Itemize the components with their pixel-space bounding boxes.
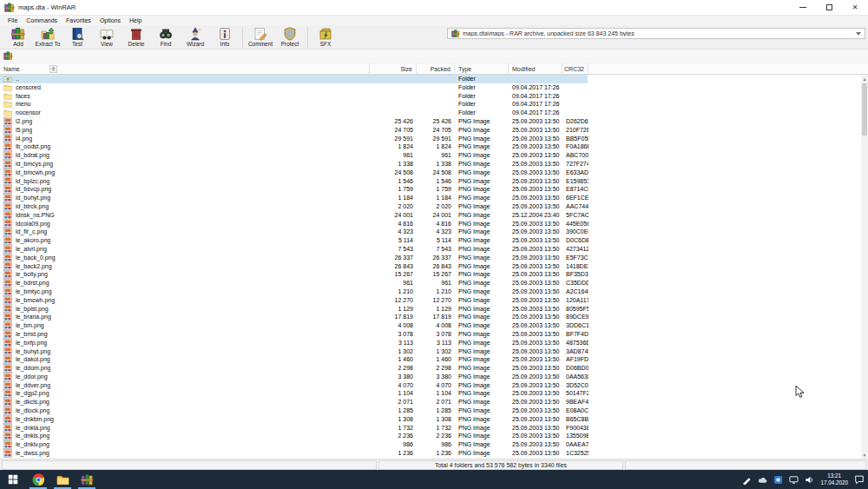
file-row[interactable]: le_bm.png4 0084 008PNG Image25.09.2003 1…	[0, 321, 861, 330]
png-file-icon	[3, 347, 12, 356]
protect-button[interactable]: Protect	[275, 26, 305, 48]
extract-to-button[interactable]: Extract To	[33, 26, 62, 48]
menu-item-favorites[interactable]: Favorites	[62, 17, 95, 23]
vertical-scrollbar[interactable]: ▲ ▼	[861, 75, 868, 459]
file-row[interactable]: ldcola09.png4 8164 816PNG Image25.09.200…	[0, 220, 861, 228]
wizard-button[interactable]: Wizard	[181, 26, 210, 48]
item-packed: 1 129	[417, 305, 455, 314]
item-name: ldnsk_ns.PNG	[16, 211, 55, 220]
menu-item-file[interactable]: File	[3, 17, 22, 23]
folder-row[interactable]: nocensorFolder09.04.2017 17:26	[0, 109, 861, 117]
menu-item-commands[interactable]: Commands	[22, 17, 62, 23]
file-row[interactable]: le_ddom.png2 2982 298PNG Image25.09.2003…	[0, 364, 861, 373]
file-row[interactable]: le_dnkla.png1 7321 732PNG Image25.09.200…	[0, 424, 861, 433]
file-row[interactable]: le_dnkbm.png1 3081 308PNG Image25.09.200…	[0, 415, 861, 424]
file-row[interactable]: ld_btrck.png2 0202 020PNG Image25.09.200…	[0, 202, 861, 211]
file-row[interactable]: le_dlock.png1 2851 285PNG Image25.09.200…	[0, 406, 861, 415]
file-row[interactable]: le_dkcls.png2 0712 071PNG Image25.09.200…	[0, 398, 861, 406]
file-row[interactable]: ld_flr_c.png4 3234 323PNG Image25.09.200…	[0, 228, 861, 236]
address-bar[interactable]: maps.dta\maps - RAR archive, unpacked si…	[447, 28, 865, 39]
file-row[interactable]: le_back2.png26 84326 843PNG Image25.09.2…	[0, 262, 861, 271]
file-row[interactable]: le_alvrl.png7 5437 543PNG Image25.09.200…	[0, 245, 861, 254]
file-row[interactable]: ld_bplzc.png1 5461 546PNG Image25.09.200…	[0, 177, 861, 186]
close-button[interactable]: ✕	[842, 0, 868, 16]
column-header-type[interactable]: Type	[455, 63, 509, 75]
menu-item-options[interactable]: Options	[95, 17, 125, 23]
folder-row[interactable]: facesFolder09.04.2017 17:26	[0, 92, 861, 101]
delete-button[interactable]: Delete	[122, 26, 151, 48]
file-row[interactable]: l5.png24 70524 705PNG Image25.09.2003 13…	[0, 126, 861, 135]
taskbar-clock[interactable]: 13:21 17.04.2020	[820, 472, 848, 486]
start-button[interactable]	[0, 470, 26, 489]
system-tray: 13:21 17.04.2020	[742, 470, 868, 489]
file-row[interactable]: ld_buhyt.png1 1841 184PNG Image25.09.200…	[0, 194, 861, 202]
sfx-button[interactable]: SFX	[311, 26, 340, 48]
file-row[interactable]: le_dnkls.png2 2362 236PNG Image25.09.200…	[0, 432, 861, 440]
taskbar-app-explorer[interactable]	[50, 470, 75, 489]
view-button[interactable]: View	[92, 26, 122, 48]
file-row[interactable]: le_dgp2.png1 1041 104PNG Image25.09.2003…	[0, 389, 861, 398]
info-button[interactable]: Info	[210, 26, 240, 48]
file-row[interactable]: ld_bmcys.png1 3381 338PNG Image25.09.200…	[0, 160, 861, 169]
file-row[interactable]: le_ddor.png3 3803 380PNG Image25.09.2003…	[0, 373, 861, 381]
folder-row[interactable]: menuFolder09.04.2017 17:26	[0, 100, 861, 109]
file-row[interactable]: le_dnklv.png986986PNG Image25.09.2003 13…	[0, 440, 861, 449]
file-row[interactable]: le_dakol.png1 4601 460PNG Image25.09.200…	[0, 355, 861, 364]
taskbar-app-winrar[interactable]	[75, 470, 99, 489]
scrollbar-thumb[interactable]	[862, 83, 867, 135]
tray-display-icon[interactable]	[789, 475, 799, 485]
find-button[interactable]: Find	[151, 26, 181, 48]
column-header-packed[interactable]: Packed	[417, 63, 455, 75]
taskbar-app-chrome[interactable]	[26, 470, 50, 489]
file-row[interactable]: le_ddver.png4 0704 070PNG Image25.09.200…	[0, 381, 861, 390]
sort-icon[interactable]	[49, 65, 57, 73]
file-row[interactable]: le_bcity.png15 26715 267PNG Image25.09.2…	[0, 270, 861, 279]
file-row[interactable]: le_bmtyc.png1 2101 210PNG Image25.09.200…	[0, 287, 861, 296]
file-row[interactable]: le_akoro.png5 1145 114PNG Image25.09.200…	[0, 236, 861, 245]
folder-row[interactable]: censoredFolder09.04.2017 17:26	[0, 83, 861, 92]
file-row[interactable]: l4.png29 59129 591PNG Image25.09.2003 13…	[0, 135, 861, 143]
tray-pen-icon[interactable]	[742, 475, 752, 485]
file-row[interactable]: le_dwss.png1 2361 236PNG Image25.09.2003…	[0, 449, 861, 458]
column-header-size[interactable]: Size	[370, 63, 417, 75]
minimize-button[interactable]	[790, 0, 816, 16]
scroll-up-icon[interactable]: ▲	[861, 75, 868, 83]
file-row[interactable]: le_bmcwh.png12 27012 270PNG Image25.09.2…	[0, 296, 861, 305]
file-row[interactable]: le_bxfp.png3 1133 113PNG Image25.09.2003…	[0, 339, 861, 347]
file-row[interactable]: lb_oodst.png1 8241 824PNG Image25.09.200…	[0, 142, 861, 151]
address-dropdown-icon[interactable]	[856, 32, 861, 36]
file-row[interactable]: le_bmd.png3 0783 078PNG Image25.09.2003 …	[0, 330, 861, 339]
file-row[interactable]: le_bplst.png1 1291 129PNG Image25.09.200…	[0, 305, 861, 314]
item-crc	[562, 75, 589, 83]
action-center-button[interactable]	[854, 474, 865, 485]
menu-bar: FileCommandsFavoritesOptionsHelp	[0, 16, 868, 25]
tray-blue-app-icon[interactable]	[773, 475, 783, 485]
file-row[interactable]: ld_bsvcp.png1 7591 759PNG Image25.09.200…	[0, 185, 861, 194]
item-name: ld_flr_c.png	[16, 228, 47, 236]
title-bar: maps.dta - WinRAR ✕	[0, 0, 868, 16]
file-row[interactable]: l2.png25 42625 426PNG Image25.09.2003 13…	[0, 117, 861, 126]
file-row[interactable]: ld_bmcwh.png24 50824 508PNG Image25.09.2…	[0, 169, 861, 177]
scroll-down-icon[interactable]: ▼	[861, 451, 868, 459]
item-crc: D0C6D830	[562, 236, 589, 245]
column-header-crc32[interactable]: CRC32	[562, 63, 589, 75]
maximize-button[interactable]	[816, 0, 842, 16]
file-row[interactable]: le_buhyt.png1 3021 302PNG Image25.09.200…	[0, 347, 861, 356]
tray-volume-icon[interactable]	[805, 475, 814, 485]
item-size: 1 308	[370, 415, 417, 424]
add-button[interactable]: Add	[3, 26, 33, 48]
column-header-modified[interactable]: Modified	[509, 63, 562, 75]
file-row[interactable]: le_back_0.png26 33726 337PNG Image25.09.…	[0, 254, 861, 262]
column-header-name[interactable]: Name	[0, 63, 370, 75]
file-row[interactable]: ld_bdrat.png961961PNG Image25.09.2003 13…	[0, 151, 861, 160]
menu-item-help[interactable]: Help	[125, 17, 146, 23]
test-button[interactable]: Test	[62, 26, 92, 48]
parent-dir-row[interactable]: ..Folder	[0, 75, 861, 83]
comment-button[interactable]: Comment	[246, 26, 275, 48]
file-row[interactable]: ldnsk_ns.PNG24 00124 001PNG Image25.12.2…	[0, 211, 861, 220]
file-row[interactable]: le_bdrst.png961961PNG Image25.09.2003 13…	[0, 279, 861, 287]
item-modified: 25.09.2003 13:50	[509, 406, 562, 415]
file-row[interactable]: le_brana.png17 81917 819PNG Image25.09.2…	[0, 313, 861, 321]
current-archive-icon[interactable]	[3, 51, 13, 61]
tray-cloud-icon[interactable]	[758, 475, 767, 485]
